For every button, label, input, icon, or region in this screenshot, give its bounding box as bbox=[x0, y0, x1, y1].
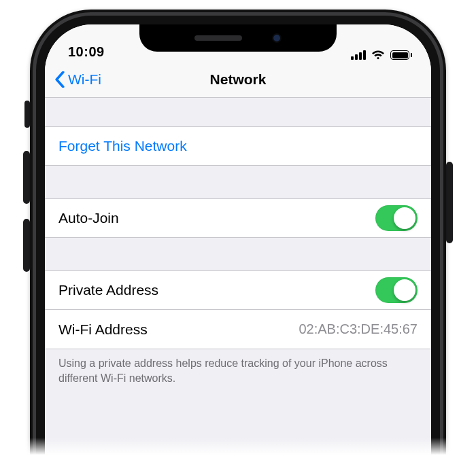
back-label: Wi-Fi bbox=[68, 71, 101, 88]
cellular-signal-icon bbox=[351, 50, 366, 60]
section-gap bbox=[45, 166, 431, 198]
auto-join-label: Auto-Join bbox=[58, 210, 119, 226]
earpiece-speaker bbox=[194, 35, 242, 41]
private-address-label: Private Address bbox=[58, 282, 158, 298]
screenshot-stage: 10:09 bbox=[0, 0, 476, 458]
wifi-address-label: Wi-Fi Address bbox=[58, 321, 148, 338]
volume-down-hw bbox=[23, 219, 30, 272]
wifi-icon bbox=[371, 50, 385, 60]
auto-join-row: Auto-Join bbox=[45, 198, 431, 238]
status-indicators bbox=[351, 50, 412, 60]
page-title: Network bbox=[210, 71, 267, 88]
wifi-address-value: 02:AB:C3:DE:45:67 bbox=[299, 321, 418, 337]
front-camera bbox=[272, 33, 282, 43]
mute-switch-hw bbox=[24, 101, 30, 128]
private-address-row: Private Address bbox=[45, 270, 431, 310]
forget-network-label: Forget This Network bbox=[58, 138, 187, 154]
forget-network-row[interactable]: Forget This Network bbox=[45, 126, 431, 166]
toggle-knob bbox=[394, 279, 415, 301]
private-address-toggle[interactable] bbox=[375, 277, 418, 303]
power-button-hw bbox=[446, 162, 453, 243]
notch bbox=[139, 24, 337, 52]
volume-up-hw bbox=[23, 151, 30, 204]
status-time: 10:09 bbox=[68, 44, 105, 60]
battery-icon bbox=[390, 50, 412, 60]
phone-frame: 10:09 bbox=[30, 10, 446, 458]
section-gap bbox=[45, 98, 431, 126]
nav-header: Wi-Fi Network bbox=[45, 61, 431, 98]
wifi-address-row: Wi-Fi Address 02:AB:C3:DE:45:67 bbox=[45, 310, 431, 349]
settings-content: Forget This Network Auto-Join Private Ad… bbox=[45, 98, 431, 385]
auto-join-toggle[interactable] bbox=[375, 205, 418, 231]
private-address-footnote: Using a private address helps reduce tra… bbox=[45, 349, 431, 385]
chevron-left-icon bbox=[54, 71, 65, 88]
back-button[interactable]: Wi-Fi bbox=[54, 61, 101, 97]
toggle-knob bbox=[394, 207, 415, 229]
screen: 10:09 bbox=[45, 24, 431, 458]
section-gap bbox=[45, 238, 431, 270]
